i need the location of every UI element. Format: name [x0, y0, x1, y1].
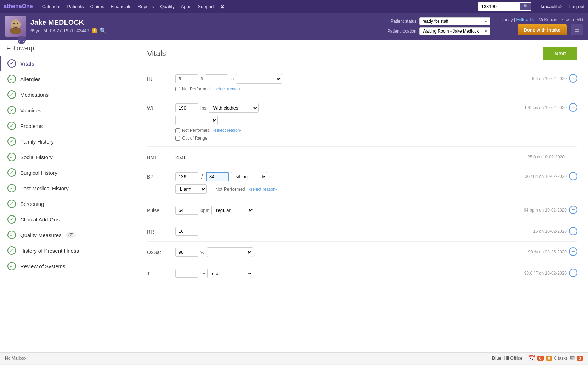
add-circle-pulse[interactable]: +: [569, 206, 577, 214]
add-circle-rr[interactable]: +: [569, 227, 577, 235]
bp-diastolic-input[interactable]: [206, 172, 229, 181]
next-button[interactable]: Next: [543, 47, 577, 60]
status-label: Patient status: [378, 19, 417, 24]
check-icon-10: ✓: [7, 215, 16, 224]
pulse-select[interactable]: regularirregular: [211, 206, 254, 215]
patient-search[interactable]: 🔍: [478, 2, 531, 11]
bp-arm-select[interactable]: L armR arm: [175, 184, 207, 194]
svg-point-2: [13, 23, 15, 24]
task-badge-1[interactable]: 0: [537, 356, 544, 361]
wt-out-of-range-check[interactable]: [175, 136, 180, 141]
logout-link[interactable]: Log out: [569, 4, 584, 9]
sidebar-items-container: ✓Vitals✓Allergies✓Medications✓Vaccines✓P…: [0, 56, 136, 274]
follow-up-link[interactable]: Follow Up: [516, 17, 535, 22]
envelope-icon[interactable]: ✉: [570, 355, 575, 361]
ht-not-performed-check[interactable]: [175, 87, 180, 91]
task-badge-3[interactable]: 0: [577, 356, 583, 361]
sidebar-item-label-0: Vitals: [20, 61, 34, 67]
nav-claims[interactable]: Claims: [90, 4, 104, 9]
sidebar-item-past-medical-history[interactable]: ✓Past Medical History: [0, 180, 136, 196]
done-intake-button[interactable]: Done with Intake: [518, 24, 567, 35]
bp-select-reason[interactable]: -select reason-: [249, 187, 277, 192]
add-circle-ht[interactable]: +: [569, 74, 577, 83]
top-nav: athenaOne Calendar Patients Claims Finan…: [0, 0, 588, 13]
task-badge-2[interactable]: 0: [546, 356, 552, 361]
ht-in-unit: in: [230, 76, 234, 82]
wt-sub-select[interactable]: [175, 116, 218, 125]
collapse-button[interactable]: ⌄⌄: [18, 36, 26, 44]
vital-row-wt: WtlbsWith clothesWithout clothes Not Per…: [147, 97, 577, 147]
sidebar-item-family-history[interactable]: ✓Family History: [0, 134, 136, 149]
calendar-icon[interactable]: 📅: [528, 355, 535, 361]
vital-add-t: +: [567, 269, 577, 277]
vital-add-o2sat: +: [567, 247, 577, 256]
check-icon-5: ✓: [7, 137, 16, 146]
sidebar-item-screening[interactable]: ✓Screening: [0, 196, 136, 212]
menu-button[interactable]: ☰: [571, 24, 583, 35]
sidebar-item-social-history[interactable]: ✓Social History: [0, 149, 136, 165]
wt-select-reason[interactable]: -select reason-: [213, 128, 241, 133]
t-input[interactable]: [175, 269, 198, 278]
sidebar-item-label-10: Clinical Add-Ons: [20, 217, 60, 223]
pulse-unit: bpm: [200, 208, 209, 213]
nav-patients[interactable]: Patients: [67, 4, 84, 9]
search-button[interactable]: 🔍: [520, 3, 531, 10]
patient-status-select[interactable]: ready for staff check-in with doctor: [419, 17, 490, 25]
nav-apps[interactable]: Apps: [181, 4, 192, 9]
bp-not-performed-check[interactable]: [209, 187, 213, 191]
vital-history-bp: 136 / 84 on 10-02-2020: [496, 172, 567, 179]
ht-in-input[interactable]: [205, 74, 228, 83]
ht-select[interactable]: [236, 74, 282, 84]
alert-badge[interactable]: !: [92, 28, 97, 33]
today-bar: Today | Follow Up | McKenzie Leftwich, M…: [502, 17, 583, 22]
sidebar-item-problems[interactable]: ✓Problems: [0, 118, 136, 134]
wt-not-performed-check[interactable]: [175, 128, 180, 133]
nav-reports[interactable]: Reports: [138, 4, 154, 9]
nav-support[interactable]: Support: [198, 4, 214, 9]
add-circle-wt[interactable]: +: [569, 103, 577, 112]
bp-position-select[interactable]: sittingstandingsupine: [231, 172, 267, 181]
nav-quality[interactable]: Quality: [160, 4, 174, 9]
ht-not-performed-label: Not Performed: [182, 86, 210, 91]
t-select[interactable]: oralrectalaxillarytympanic: [207, 269, 253, 278]
add-circle-bp[interactable]: +: [569, 172, 577, 180]
patient-location-select[interactable]: Waiting Room - Jake Medlock Exam Room 1 …: [419, 27, 490, 35]
wt-input[interactable]: [175, 103, 198, 112]
ht-ft-input[interactable]: [175, 74, 198, 83]
add-circle-o2sat[interactable]: +: [569, 247, 577, 256]
rr-input[interactable]: [175, 227, 198, 236]
bp-not-performed-label: Not Performed: [215, 186, 245, 192]
o2sat-select[interactable]: [207, 247, 253, 257]
sidebar-item-clinical-add-ons[interactable]: ✓Clinical Add-Ons: [0, 212, 136, 227]
nav-calendar[interactable]: Calendar: [42, 4, 61, 9]
sidebar-item-history-of-present-illness[interactable]: ✓History of Present Illness: [0, 243, 136, 258]
bp-systolic-input[interactable]: [175, 172, 198, 181]
provider-name: McKenzie Leftwich, MD: [539, 17, 583, 22]
sidebar-item-review-of-systems[interactable]: ✓Review of Systems: [0, 258, 136, 274]
sidebar-item-vitals[interactable]: ✓Vitals: [0, 56, 136, 71]
sidebar-item-medications[interactable]: ✓Medications: [0, 87, 136, 102]
ht-select-reason[interactable]: -select reason-: [213, 86, 241, 91]
sidebar-item-label-1: Allergies: [20, 76, 41, 82]
sidebar-item-vaccines[interactable]: ✓Vaccines: [0, 102, 136, 118]
check-icon-7: ✓: [7, 168, 16, 177]
svg-point-1: [10, 27, 21, 34]
vital-add-wt: +: [567, 103, 577, 112]
tasks-label: 0 tasks: [554, 356, 568, 361]
o2sat-input[interactable]: [175, 248, 198, 257]
patient-chart: #2446: [77, 28, 89, 33]
sidebar-item-quality-measures[interactable]: ✓Quality Measures(7): [0, 227, 136, 243]
sidebar-item-surgical-history[interactable]: ✓Surgical History: [0, 165, 136, 180]
vital-add-pulse: +: [567, 206, 577, 214]
vital-history-ht: 6 ft on 10-02-2020: [496, 74, 567, 81]
patient-search-icon[interactable]: 🔍: [100, 27, 107, 34]
add-circle-t[interactable]: +: [569, 269, 577, 277]
settings-icon[interactable]: ⚙: [220, 4, 225, 9]
pulse-input[interactable]: [175, 206, 198, 215]
bp-divider: /: [200, 173, 204, 180]
search-input[interactable]: [478, 2, 520, 11]
wt-clothes-select[interactable]: With clothesWithout clothes: [209, 103, 259, 113]
nav-financials[interactable]: Financials: [111, 4, 131, 9]
patient-name: Jake MEDLOCK: [30, 18, 107, 27]
sidebar-item-allergies[interactable]: ✓Allergies: [0, 71, 136, 87]
